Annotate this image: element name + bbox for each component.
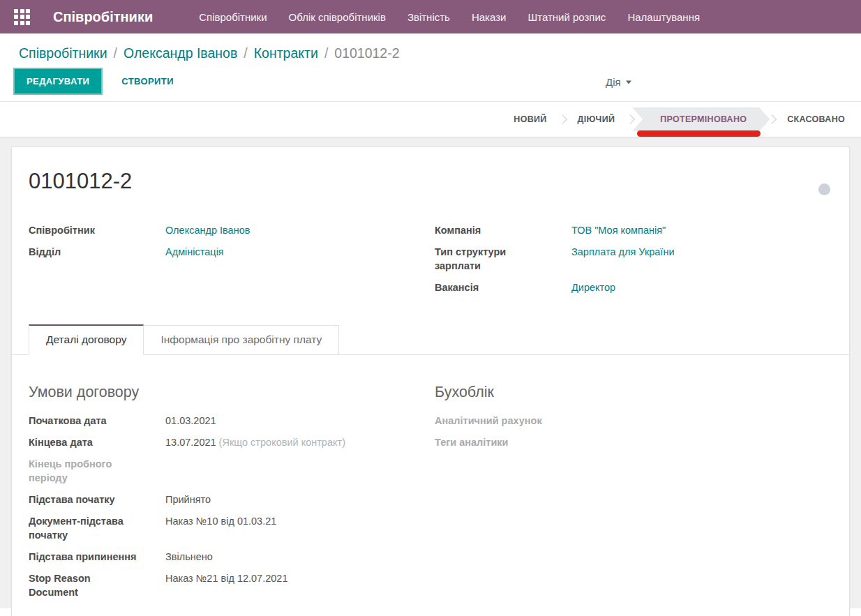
- breadcrumb-link-employees[interactable]: Співробітники: [19, 45, 107, 61]
- breadcrumb-current: 0101012-2: [334, 45, 399, 61]
- control-panel: Співробітники / Олександр Іванов / Контр…: [0, 33, 861, 101]
- nav-item-employees[interactable]: Співробітники: [199, 11, 267, 23]
- field-value-job-position[interactable]: Директор: [571, 282, 615, 293]
- apps-grid-icon[interactable]: [14, 9, 30, 25]
- nav-item-reporting[interactable]: Звітність: [407, 11, 450, 23]
- field-label-end-date: Кінцева дата: [29, 435, 165, 449]
- field-value-start-reason-document: Наказ №10 від 01.03.21: [165, 514, 435, 528]
- nav-item-orders[interactable]: Накази: [472, 11, 507, 23]
- section-title-accounting: Бухоблік: [435, 384, 832, 401]
- app-brand: Співробітники: [53, 9, 153, 25]
- status-step-expired-wrap[interactable]: ПРОТЕРМІНОВАНО: [632, 107, 770, 131]
- tab-contract-details[interactable]: Деталі договору: [29, 324, 144, 355]
- field-value-stop-reason: Звільнено: [165, 550, 435, 564]
- topbar: Співробітники Співробітники Облік співро…: [0, 0, 861, 33]
- field-value-start-reason: Прийнято: [165, 493, 435, 506]
- notebook-tabs: Деталі договору Інформація про заробітну…: [12, 324, 849, 355]
- breadcrumb-separator: /: [244, 45, 247, 61]
- header-field-group: Співробітник Олександр Іванов Відділ Адм…: [29, 223, 832, 294]
- field-label-start-reason: Підстава початку: [29, 493, 165, 506]
- status-step-new[interactable]: НОВИЙ: [497, 107, 562, 131]
- field-label-company: Компанія: [435, 223, 571, 237]
- field-label-start-date: Початкова дата: [29, 414, 165, 428]
- section-title-contract-terms: Умови договору: [29, 384, 435, 401]
- field-value-employee[interactable]: Олександр Іванов: [165, 225, 250, 236]
- breadcrumb-separator: /: [324, 45, 328, 61]
- statusbar: НОВИЙ ДІЮЧИЙ ПРОТЕРМІНОВАНО СКАСОВАНО: [0, 101, 861, 137]
- nav-item-settings[interactable]: Налаштування: [627, 11, 700, 23]
- field-label-stop-reason-document: Stop Reason Document: [29, 571, 165, 599]
- field-label-analytic-tags: Теги аналітики: [435, 435, 571, 449]
- field-value-department[interactable]: Адміністація: [165, 246, 224, 257]
- field-value-start-date: 01.03.2021: [165, 414, 435, 428]
- field-label-analytic-account: Аналітичний рахунок: [435, 414, 571, 428]
- field-value-salary-structure-type[interactable]: Зарплата для України: [571, 246, 675, 257]
- field-value-end-date: 13.07.2021 (Якщо строковий контракт): [165, 435, 435, 449]
- action-dropdown[interactable]: Дія: [606, 75, 631, 87]
- breadcrumb: Співробітники / Олександр Іванов / Контр…: [0, 33, 861, 61]
- red-underline-annotation: [637, 130, 761, 137]
- field-hint-end-date: (Якщо строковий контракт): [219, 437, 345, 448]
- section-accounting: Бухоблік Аналітичний рахунок Теги аналіт…: [435, 384, 832, 599]
- field-value-stop-reason-document: Наказ №21 від 12.07.2021: [165, 571, 435, 585]
- field-label-department: Відділ: [29, 245, 165, 259]
- nav-item-employee-records[interactable]: Облік співробітників: [289, 11, 386, 23]
- content-area: 0101012-2 Співробітник Олександр Іванов …: [0, 137, 861, 608]
- field-label-start-reason-document: Документ-підстава початку: [29, 514, 165, 542]
- breadcrumb-separator: /: [114, 45, 117, 61]
- contract-form-card: 0101012-2 Співробітник Олександр Іванов …: [11, 147, 850, 616]
- caret-down-icon: [626, 80, 631, 84]
- field-label-employee: Співробітник: [29, 223, 165, 237]
- field-label-stop-reason: Підстава припинення: [29, 550, 165, 564]
- field-label-job-position: Вакансія: [435, 280, 571, 294]
- create-button[interactable]: СТВОРИТИ: [117, 75, 178, 87]
- field-value-company[interactable]: ТОВ "Моя компанія": [571, 225, 666, 236]
- breadcrumb-link-employee[interactable]: Олександр Іванов: [123, 45, 237, 61]
- record-title: 0101012-2: [29, 167, 832, 196]
- tab-salary-information[interactable]: Інформація про заробітну плату: [144, 325, 339, 354]
- nav-item-staffing-schedule[interactable]: Штатний розпис: [527, 11, 606, 23]
- tab-page-sections: Умови договору Початкова дата 01.03.2021…: [29, 384, 832, 599]
- breadcrumb-link-contracts[interactable]: Контракти: [254, 45, 318, 61]
- section-contract-terms: Умови договору Початкова дата 01.03.2021…: [29, 384, 435, 599]
- kanban-state-indicator-icon[interactable]: [818, 183, 830, 195]
- field-label-salary-structure-type: Тип структури зарплати: [435, 245, 571, 273]
- action-dropdown-label: Дія: [606, 75, 621, 87]
- edit-button[interactable]: РЕДАГУВАТИ: [13, 68, 103, 95]
- field-label-trial-period-end: Кінець пробного періоду: [29, 457, 165, 485]
- button-row: РЕДАГУВАТИ СТВОРИТИ Дія: [0, 61, 861, 101]
- top-navigation: Співробітники Облік співробітників Звітн…: [199, 11, 700, 23]
- status-step-cancelled[interactable]: СКАСОВАНО: [771, 107, 861, 131]
- status-step-expired[interactable]: ПРОТЕРМІНОВАНО: [632, 107, 770, 131]
- status-step-running[interactable]: ДІЮЧИЙ: [562, 107, 631, 131]
